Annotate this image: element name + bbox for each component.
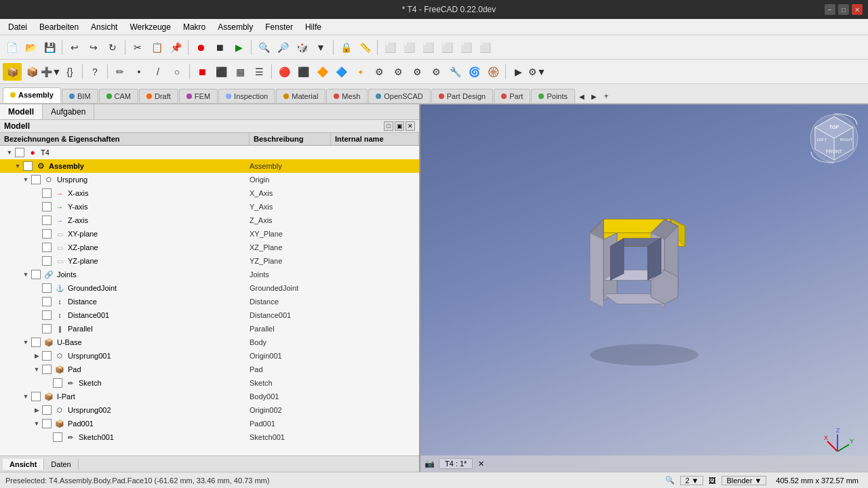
circle-btn[interactable]: ○ [168,63,186,81]
view-3d[interactable]: 🎲 [293,39,311,56]
check-pad001[interactable] [42,419,52,428]
tab-right-arrow[interactable]: ▶ [588,89,600,103]
expand-distance001[interactable] [33,311,41,319]
expand-ubase[interactable]: ▼ [22,338,30,346]
viewport-tab-label[interactable]: T4 : 1* [439,458,473,469]
tree-row-parallel[interactable]: ∥ Parallel Parallel [0,322,419,336]
joint1-btn[interactable]: 🔴 [275,63,293,81]
body-create[interactable]: 📦 [23,63,41,81]
expand-joints[interactable]: ▼ [22,270,30,279]
joint5-btn[interactable]: 🔸 [351,63,369,81]
expand-groundedjoint[interactable] [33,284,41,292]
bottom-tab-ansicht[interactable]: Ansicht [3,459,44,470]
tree-row-sketch001[interactable]: ✏ Sketch001 Sketch001 [0,430,419,444]
check-parallel[interactable] [42,324,52,333]
tree-row-t4[interactable]: ▼ ● T4 [0,146,419,159]
panel-maximize-button[interactable]: ▣ [395,121,404,131]
expand-distance[interactable] [33,298,41,306]
check-sketch[interactable] [53,378,62,388]
check-ipart[interactable] [31,392,41,401]
tab-cam[interactable]: CAM [99,89,138,103]
menu-assembly[interactable]: Assembly [212,21,258,33]
bottom-tab-daten[interactable]: Daten [44,459,78,470]
expand-xyplane[interactable] [33,230,41,238]
tree-row-xaxis[interactable]: → X-axis X_Axis [0,186,419,200]
sketch-btn[interactable]: ✏ [111,63,129,81]
check-sketch001[interactable] [53,432,62,442]
zoom-in[interactable]: 🔍 [255,39,273,56]
tab-fem[interactable]: FEM [179,89,218,103]
expand-parallel[interactable] [33,325,41,333]
tree-row-assembly[interactable]: ▼ ⚙ Assembly Assembly [0,159,419,173]
expand-yaxis[interactable] [33,203,41,211]
tree-row-zaxis[interactable]: → Z-axis Z_Axis [0,214,419,227]
check-xyplane[interactable] [42,229,52,239]
grid-btn[interactable]: ▦ [231,63,249,81]
expand-ipart[interactable]: ▼ [22,392,30,401]
check-xzplane[interactable] [42,243,52,252]
joint7-btn[interactable]: ⚙ [389,63,407,81]
check-pad[interactable] [42,365,52,374]
menu-fenster[interactable]: Fenster [260,21,298,33]
tab-openscad[interactable]: OpenSCAD [368,89,430,103]
zoom-value[interactable]: 2 [685,476,689,485]
menu-bearbeiten[interactable]: Bearbeiten [34,21,84,33]
view-bottom[interactable]: ⬜ [438,39,456,56]
open-button[interactable]: 📂 [22,39,39,56]
check-t4[interactable] [15,148,24,157]
joint10-btn[interactable]: 🔧 [446,63,464,81]
panel-tab-modell[interactable]: Modell [0,104,43,119]
joint3-btn[interactable]: 🔶 [313,63,331,81]
view-options[interactable]: ▼ [312,39,330,56]
nav-cube[interactable]: TOP RIGHT LEFT FRONT [807,111,861,165]
expand-ursprung[interactable]: ▼ [22,176,30,184]
menu-werkzeuge[interactable]: Werkzeuge [124,21,176,33]
menu-hilfe[interactable]: Hilfe [300,21,327,33]
tree-row-ursprung001[interactable]: ▶ ⬡ Ursprung001 Origin001 [0,349,419,363]
joint2-btn[interactable]: ⬛ [294,63,312,81]
expand-assembly[interactable]: ▼ [14,162,22,170]
view-left[interactable]: ⬜ [476,39,494,56]
help-btn[interactable]: ? [86,63,104,81]
tab-points[interactable]: Points [531,89,575,103]
expand-xaxis[interactable] [33,189,41,197]
line-btn[interactable]: / [149,63,167,81]
check-zaxis[interactable] [42,216,52,225]
tree-row-ipart[interactable]: ▼ 📦 I-Part Body001 [0,390,419,403]
tab-left-arrow[interactable]: ◀ [576,89,588,103]
tab-assembly[interactable]: Assembly [3,87,61,103]
tab-inspection[interactable]: Inspection [218,89,275,103]
tab-partdesign[interactable]: Part Design [431,89,493,103]
tree-row-yaxis[interactable]: → Y-axis Y_Axis [0,200,419,214]
joint11-btn[interactable]: 🌀 [465,63,483,81]
expand-yzplane[interactable] [33,257,41,265]
tree-row-groundedjoint[interactable]: ⚓ GroundedJoint GroundedJoint [0,281,419,295]
new-button[interactable]: 📄 [3,39,20,56]
tab-material[interactable]: Material [276,89,326,103]
save-button[interactable]: 💾 [41,39,58,56]
tree-row-distance001[interactable]: ↕ Distance001 Distance001 [0,308,419,322]
tab-add-button[interactable]: + [600,89,612,103]
view-top[interactable]: ⬜ [419,39,437,56]
simulate-btn[interactable]: ▶ [509,63,527,81]
snap-button[interactable]: 🔒 [337,39,355,56]
view-right[interactable]: ⬜ [457,39,475,56]
view-front[interactable]: ⬜ [381,39,399,56]
macro-stop[interactable]: ⏹ [211,39,229,56]
insert-dropdown[interactable]: ➕▼ [42,63,60,81]
check-assembly[interactable] [23,161,33,171]
viewport-tab-close[interactable]: ✕ [478,460,484,468]
expand-ursprung001[interactable]: ▶ [33,352,41,360]
check-ursprung001[interactable] [42,351,52,361]
panel-float-button[interactable]: □ [384,121,393,131]
check-groundedjoint[interactable] [42,283,52,293]
tab-draft[interactable]: Draft [139,89,178,103]
tree-row-joints[interactable]: ▼ 🔗 Joints Joints [0,268,419,281]
renderer-value[interactable]: Blender [726,476,752,485]
view-back[interactable]: ⬜ [400,39,418,56]
cut-button[interactable]: ✂ [129,39,146,56]
tree-row-pad001[interactable]: ▼ 📦 Pad001 Pad001 [0,417,419,430]
zoom-dropdown[interactable]: ▼ [692,476,699,485]
menu-makro[interactable]: Makro [178,21,211,33]
joint4-btn[interactable]: 🔷 [332,63,350,81]
